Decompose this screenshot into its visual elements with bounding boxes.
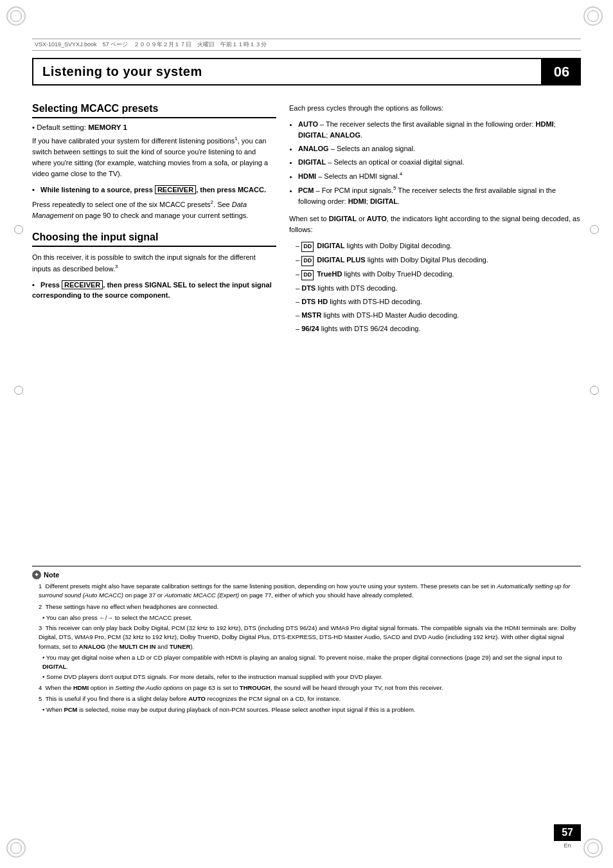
- note-4-text: 4 When the HDMI option in Setting the Au…: [32, 683, 581, 692]
- note-2-sub: • You can also press ←/→ to select the M…: [32, 613, 581, 622]
- corner-decoration-tl: [6, 6, 30, 30]
- page-number-badge: 57: [554, 824, 581, 841]
- dd-icon-2: DD: [301, 256, 314, 266]
- note-2-text: 2 These settings have no effect when hea…: [32, 602, 581, 611]
- corner-decoration-bl: [6, 838, 30, 862]
- note-1: 1 Different presets might also have sepa…: [32, 582, 581, 601]
- dash-9624: – 96/24 lights with DTS 96/24 decoding.: [289, 323, 581, 334]
- file-info: VSX-1019_SVYXJ.book 57 ページ ２００９年２月１７日 火曜…: [35, 41, 267, 49]
- input-signal-instruction: • Press RECEIVER, then press SIGNAL SEL …: [32, 280, 276, 301]
- note-title: Note: [44, 571, 59, 579]
- option-analog: ANALOG – Selects an analog signal.: [298, 143, 581, 154]
- header-bar: VSX-1019_SVYXJ.book 57 ページ ２００９年２月１７日 火曜…: [32, 39, 581, 51]
- note-1-text: 1 Different presets might also have sepa…: [32, 582, 581, 601]
- side-marker-right-1: [590, 225, 599, 234]
- corner-decoration-tr: [583, 6, 607, 30]
- option-pcm: PCM – For PCM input signals.5 The receiv…: [298, 185, 581, 207]
- notes-section: ✦ Note 1 Different presets might also ha…: [32, 566, 581, 716]
- receiver-box-2: RECEIVER: [62, 280, 103, 289]
- note-5: 5 This is useful if you find there is a …: [32, 694, 581, 715]
- note-header: ✦ Note: [32, 570, 581, 579]
- option-digital: DIGITAL – Selects an optical or coaxial …: [298, 157, 581, 168]
- input-signal-heading: Choosing the input signal: [32, 231, 276, 247]
- page-title-section: Listening to your system 06: [32, 58, 581, 86]
- note-icon: ✦: [32, 570, 41, 579]
- receiver-box-1: RECEIVER: [155, 185, 196, 194]
- dash-digital: – DD DIGITAL lights with Dolby Digital d…: [289, 240, 581, 252]
- page-title: Listening to your system: [42, 64, 202, 79]
- right-intro: Each press cycles through the options as…: [289, 103, 581, 114]
- page-number-section: 57 En: [554, 824, 581, 849]
- note-4: 4 When the HDMI option in Setting the Au…: [32, 683, 581, 692]
- note-5-sub1: • When PCM is selected, noise may be out…: [32, 705, 581, 714]
- corner-decoration-br: [583, 838, 607, 862]
- mcacc-sub-body: Press repeatedly to select one of the si…: [32, 199, 276, 221]
- main-content: Selecting MCACC presets • Default settin…: [32, 103, 581, 337]
- note-5-text: 5 This is useful if you find there is a …: [32, 694, 581, 703]
- note-3-text: 3 This receiver can only play back Dolby…: [32, 624, 581, 651]
- chapter-badge: 06: [542, 58, 581, 86]
- left-column: Selecting MCACC presets • Default settin…: [32, 103, 276, 337]
- dd-icon-1: DD: [301, 242, 314, 252]
- option-hdmi: HDMI – Selects an HDMI signal.4: [298, 170, 581, 182]
- mcacc-body1: If you have calibrated your system for d…: [32, 135, 276, 179]
- note-2: 2 These settings have no effect when hea…: [32, 602, 581, 623]
- dash-mstr: – MSTR lights with DTS-HD Master Audio d…: [289, 310, 581, 321]
- side-marker-right-2: [590, 386, 599, 395]
- side-marker-left-1: [14, 225, 23, 234]
- dash-truehd: – DD TrueHD lights with Dolby TrueHD dec…: [289, 269, 581, 280]
- page-title-box: Listening to your system: [32, 58, 542, 86]
- dash-dts: – DTS lights with DTS decoding.: [289, 283, 581, 294]
- note-3-sub2: • Some DVD players don't output DTS sign…: [32, 673, 581, 682]
- options-list: AUTO – The receiver selects the first av…: [298, 119, 581, 207]
- mcacc-default: • Default setting: MEMORY 1: [32, 123, 276, 131]
- input-signal-body1: On this receiver, it is possible to swit…: [32, 252, 276, 275]
- dash-dts-hd: – DTS HD lights with DTS-HD decoding.: [289, 296, 581, 307]
- option-auto: AUTO – The receiver selects the first av…: [298, 119, 581, 141]
- side-marker-left-2: [14, 386, 23, 395]
- section-mcacc: Selecting MCACC presets • Default settin…: [32, 103, 276, 221]
- mcacc-default-value: MEMORY 1: [88, 123, 127, 131]
- dd-icon-3: DD: [301, 270, 314, 280]
- dash-digital-plus: – DD DIGITAL PLUS lights with Dolby Digi…: [289, 255, 581, 266]
- right-column: Each press cycles through the options as…: [289, 103, 581, 337]
- mcacc-heading: Selecting MCACC presets: [32, 103, 276, 118]
- note-3-sub1: • You may get digital noise when a LD or…: [32, 653, 581, 672]
- chapter-number: 06: [554, 64, 569, 80]
- section-input-signal: Choosing the input signal On this receiv…: [32, 231, 276, 301]
- digital-auto-section: When set to DIGITAL or AUTO, the indicat…: [289, 213, 581, 235]
- page-lang: En: [564, 842, 571, 849]
- mcacc-instruction: • While listening to a source, press REC…: [32, 185, 276, 195]
- note-3: 3 This receiver can only play back Dolby…: [32, 624, 581, 682]
